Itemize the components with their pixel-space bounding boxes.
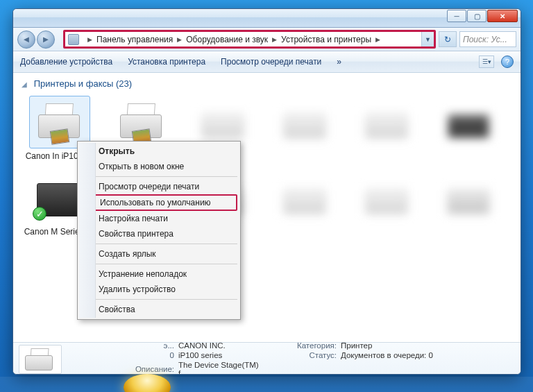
maximize-button[interactable]: ▢ xyxy=(467,10,487,22)
explorer-window: ─ ▢ ✕ ◄ ► ▶ Панель управления ▶ Оборудов… xyxy=(12,8,521,375)
details-status: Документов в очереди: 0 xyxy=(341,351,452,359)
chevron-right-icon: ▶ xyxy=(173,36,186,43)
address-bar-highlight: ▶ Панель управления ▶ Оборудование и зву… xyxy=(63,30,436,49)
crumb-hardware-sound[interactable]: Оборудование и звук xyxy=(186,35,268,44)
details-description: The Device Stage(TM) f... xyxy=(178,361,269,375)
separator xyxy=(81,299,237,300)
chevron-right-icon: ▶ xyxy=(371,36,384,43)
ctx-create-shortcut[interactable]: Создать ярлык xyxy=(79,246,239,262)
section-header[interactable]: ◢ Принтеры и факсы (23) xyxy=(13,73,521,90)
device-item[interactable] xyxy=(264,96,346,162)
device-item[interactable] xyxy=(428,96,510,162)
command-bar: Добавление устройства Установка принтера… xyxy=(13,51,521,73)
device-item[interactable] xyxy=(346,96,428,162)
view-options-button[interactable]: ☰▾ xyxy=(479,56,494,68)
nav-bar: ◄ ► ▶ Панель управления ▶ Оборудование и… xyxy=(13,28,521,51)
section-title: Принтеры и факсы xyxy=(34,78,114,89)
search-placeholder: Поиск: Ус... xyxy=(463,35,507,44)
lbl-status: Статус: xyxy=(273,351,337,359)
details-thumbnail xyxy=(19,345,62,374)
lbl-description: Описание: xyxy=(70,365,174,373)
details-name-trunc: э... xyxy=(70,341,174,350)
ctx-open[interactable]: Открыть xyxy=(79,144,239,159)
ctx-printer-properties[interactable]: Свойства принтера xyxy=(79,226,239,241)
chevron-right-icon: ▶ xyxy=(268,36,281,43)
context-menu-gutter xyxy=(79,143,96,318)
ctx-remove-device[interactable]: Удалить устройство xyxy=(79,282,239,297)
section-count: (23) xyxy=(116,78,132,89)
crumb-control-panel[interactable]: Панель управления xyxy=(96,35,173,44)
details-grid: э... CANON INC. Категория: Принтер 0 iP1… xyxy=(70,341,452,375)
chevron-right-icon: ▶ xyxy=(83,36,96,43)
minimize-button[interactable]: ─ xyxy=(447,10,466,22)
search-input[interactable]: Поиск: Ус... xyxy=(459,31,516,47)
taskbar xyxy=(0,377,533,392)
control-panel-icon xyxy=(68,34,79,45)
add-device-button[interactable]: Добавление устройства xyxy=(20,57,112,67)
details-pane: э... CANON INC. Категория: Принтер 0 iP1… xyxy=(13,342,521,375)
details-model: iP100 series xyxy=(178,351,269,359)
install-printer-button[interactable]: Установка принтера xyxy=(128,57,205,67)
toolbar-overflow[interactable]: » xyxy=(337,57,341,67)
collapse-icon: ◢ xyxy=(22,80,27,88)
ctx-view-queue[interactable]: Просмотр очереди печати xyxy=(79,179,239,194)
separator xyxy=(81,176,237,177)
device-item[interactable] xyxy=(346,171,428,237)
ctx-printing-preferences[interactable]: Настройка печати xyxy=(79,211,239,226)
ctx-open-new-window[interactable]: Открыть в новом окне xyxy=(79,159,239,174)
titlebar: ─ ▢ ✕ xyxy=(13,9,521,28)
ctx-properties[interactable]: Свойства xyxy=(79,302,239,317)
nav-back-button[interactable]: ◄ xyxy=(17,31,35,49)
ctx-set-default[interactable]: Использовать по умолчанию xyxy=(81,194,237,211)
content-area: ◢ Принтеры и факсы (23) Canon In iP100 s… xyxy=(13,73,521,342)
device-item[interactable] xyxy=(264,171,346,237)
lbl-category: Категория: xyxy=(273,341,337,350)
details-category: Принтер xyxy=(341,341,452,350)
help-icon[interactable]: ? xyxy=(501,56,514,68)
refresh-button[interactable]: ↻ xyxy=(439,31,457,47)
close-button[interactable]: ✕ xyxy=(487,10,518,22)
nav-forward-button[interactable]: ► xyxy=(37,31,55,49)
address-bar[interactable]: ▶ Панель управления ▶ Оборудование и зву… xyxy=(65,32,421,46)
separator xyxy=(81,244,237,244)
device-item[interactable] xyxy=(428,171,510,237)
view-print-queue-button[interactable]: Просмотр очереди печати xyxy=(221,57,321,67)
context-menu: Открыть Открыть в новом окне Просмотр оч… xyxy=(77,141,241,320)
details-model-trunc: 0 xyxy=(70,351,174,359)
default-check-icon: ✓ xyxy=(33,207,46,221)
ctx-troubleshoot[interactable]: Устранение неполадок xyxy=(79,266,239,282)
address-dropdown[interactable]: ▼ xyxy=(421,32,434,46)
separator xyxy=(81,264,237,264)
details-manufacturer: CANON INC. xyxy=(178,341,269,350)
crumb-devices-printers[interactable]: Устройства и принтеры xyxy=(281,35,371,44)
